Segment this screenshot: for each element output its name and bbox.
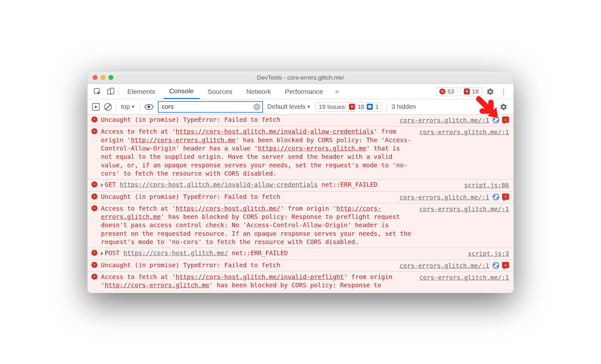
error-circle-icon: [91, 128, 97, 134]
issue-chat-icon[interactable]: [502, 116, 509, 123]
live-expression-icon[interactable]: [145, 104, 153, 110]
message-source-link[interactable]: cors-errors.glitch.me/:1: [399, 261, 489, 270]
expand-triangle-icon[interactable]: [101, 252, 103, 256]
console-message[interactable]: GET https://cors-host.glitch.me/invalid-…: [88, 179, 513, 191]
console-messages: Uncaught (in promise) TypeError: Failed …: [88, 115, 513, 293]
context-label: top: [121, 103, 130, 110]
error-circle-icon: [91, 193, 97, 200]
hidden-count[interactable]: 3 hidden: [392, 103, 416, 110]
filter-input[interactable]: [158, 101, 263, 113]
clear-filter-icon[interactable]: ✕: [253, 103, 260, 110]
svg-point-5: [493, 262, 499, 268]
error-circle-icon: [91, 262, 97, 268]
error-circle-icon: [439, 88, 445, 94]
message-source-link[interactable]: script.js:3: [468, 249, 509, 258]
issues-info-count: 1: [375, 103, 379, 110]
reload-icon[interactable]: [492, 193, 499, 200]
tab-network[interactable]: Network: [241, 84, 277, 99]
log-levels-selector[interactable]: Default levels ▼: [267, 103, 311, 110]
errors-badge[interactable]: 53: [436, 87, 458, 96]
message-text: Access to fetch at 'https://cors-host.gl…: [101, 128, 416, 178]
svg-point-4: [493, 194, 499, 200]
error-circle-icon: [91, 116, 97, 122]
console-message[interactable]: Access to fetch at 'https://cors-host.gl…: [88, 126, 513, 179]
console-message[interactable]: Uncaught (in promise) TypeError: Failed …: [88, 260, 513, 272]
tab-console[interactable]: Console: [164, 84, 200, 99]
expand-triangle-icon[interactable]: [101, 183, 103, 187]
message-source-link[interactable]: cors-errors.glitch.me/:1: [419, 205, 509, 247]
status-badges: 53 18: [436, 87, 482, 96]
issues-badge[interactable]: 18: [460, 87, 482, 96]
device-toolbar-icon[interactable]: [105, 86, 116, 97]
errors-count: 53: [448, 88, 454, 95]
tab-performance[interactable]: Performance: [279, 84, 329, 99]
settings-icon[interactable]: [485, 86, 496, 97]
inspect-element-icon[interactable]: [92, 86, 103, 97]
error-circle-icon: [91, 250, 97, 256]
console-settings-icon[interactable]: [498, 102, 509, 112]
issue-error-icon: [464, 88, 470, 94]
kebab-menu-icon[interactable]: ⋮: [498, 86, 509, 97]
message-source-link[interactable]: cors-errors.glitch.me/:1: [399, 193, 489, 202]
issues-err-count: 18: [357, 103, 364, 110]
reload-icon[interactable]: [492, 116, 499, 123]
clear-console-icon[interactable]: [104, 103, 112, 111]
issues-err-count: 18: [472, 88, 479, 95]
issue-chat-icon[interactable]: [502, 262, 509, 268]
tab-elements[interactable]: Elements: [122, 84, 161, 99]
message-text: Uncaught (in promise) TypeError: Failed …: [101, 116, 396, 125]
context-selector[interactable]: top ▼: [121, 103, 135, 110]
console-message[interactable]: POST https://cors-host.glitch.me/ net::E…: [88, 248, 513, 260]
issues-summary[interactable]: 19 Issues: 18 💬 1: [315, 102, 382, 112]
message-text: POST https://cors-host.glitch.me/ net::E…: [101, 249, 465, 258]
reload-icon[interactable]: [492, 262, 499, 269]
message-text: Uncaught (in promise) TypeError: Failed …: [101, 261, 396, 270]
issue-chat-icon[interactable]: [502, 193, 509, 200]
more-tabs-button[interactable]: »: [331, 88, 343, 96]
devtools-window: DevTools - cors-errors.glitch.me/ Elemen…: [87, 71, 514, 293]
issue-error-icon: [349, 104, 355, 110]
chevron-down-icon: ▼: [131, 104, 135, 109]
issues-label: 19 Issues:: [319, 103, 347, 110]
main-tabs: Elements Console Sources Network Perform…: [88, 84, 513, 99]
message-text: Uncaught (in promise) TypeError: Failed …: [101, 193, 396, 202]
message-text: Access to fetch at 'https://cors-host.gl…: [101, 205, 416, 247]
console-message[interactable]: Access to fetch at 'https://cors-host.gl…: [88, 271, 513, 291]
message-source-link[interactable]: cors-errors.glitch.me/:1: [419, 128, 509, 178]
error-circle-icon: [91, 205, 97, 211]
error-circle-icon: [91, 274, 97, 280]
console-message[interactable]: Uncaught (in promise) TypeError: Failed …: [88, 115, 513, 126]
message-source-link[interactable]: script.js:86: [464, 181, 509, 190]
svg-rect-2: [110, 88, 114, 94]
error-circle-icon: [91, 181, 97, 187]
console-message[interactable]: Access to fetch at 'https://cors-host.gl…: [88, 203, 513, 248]
console-message[interactable]: Uncaught (in promise) TypeError: Failed …: [88, 191, 513, 203]
show-console-sidebar-icon[interactable]: [92, 103, 100, 111]
divider: [119, 87, 119, 96]
titlebar: DevTools - cors-errors.glitch.me/: [88, 71, 513, 84]
window-title: DevTools - cors-errors.glitch.me/: [88, 74, 513, 81]
tab-sources[interactable]: Sources: [202, 84, 238, 99]
message-source-link[interactable]: cors-errors.glitch.me/:1: [399, 116, 489, 125]
levels-label: Default levels: [267, 103, 306, 110]
chevron-down-icon: ▼: [307, 104, 311, 109]
message-text: Access to fetch at 'https://cors-host.gl…: [101, 273, 416, 290]
message-text: GET https://cors-host.glitch.me/invalid-…: [101, 181, 461, 190]
svg-point-3: [493, 117, 499, 123]
issue-info-icon: 💬: [367, 104, 373, 110]
message-source-link[interactable]: cors-errors.glitch.me/:1: [419, 273, 509, 290]
console-filter-bar: top ▼ ✕ Default levels ▼ 19 Issues: 18 💬…: [88, 99, 513, 115]
